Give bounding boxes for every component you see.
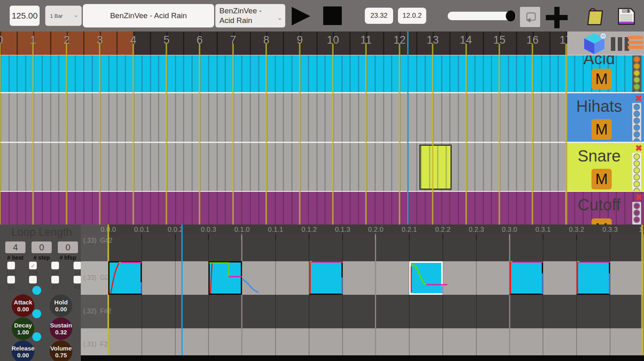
step-count-field[interactable]: 0 <box>32 241 52 253</box>
led-indicator[interactable] <box>633 77 640 83</box>
led-indicator[interactable] <box>633 216 640 223</box>
pattern-editor: 0.0.0 0.0.1 0.0.2 0.0.3 0.1.0 0.1.1 0.1.… <box>0 225 644 361</box>
division-checkbox-1-2[interactable] <box>7 276 15 283</box>
volume-knob[interactable]: Volume0.75 <box>50 340 72 361</box>
stop-button[interactable] <box>323 6 342 25</box>
field-label: # step <box>29 254 54 261</box>
led-indicator[interactable] <box>633 63 640 69</box>
close-track-button[interactable]: ✖ <box>634 95 643 102</box>
open-file-button[interactable] <box>586 7 605 27</box>
loop-toggle-button[interactable] <box>520 7 540 27</box>
playhead[interactable] <box>407 31 408 225</box>
close-track-button[interactable]: ✖ <box>634 194 643 201</box>
track-header-snare[interactable]: Snare M ✖ <box>567 143 644 191</box>
bar-length-select[interactable]: 1 Bar ⌄ <box>45 6 82 26</box>
song-title-field[interactable]: BenZinVee - Acid Rain <box>83 4 214 27</box>
track-row-cutoff[interactable]: Cutoff M ✖ <box>0 192 644 225</box>
release-knob[interactable]: Release0.00 <box>12 340 34 361</box>
close-track-button[interactable]: ✖ <box>634 145 643 152</box>
led-indicator[interactable] <box>633 104 640 110</box>
led-indicator[interactable] <box>633 124 640 131</box>
division-checkbox-1-1[interactable] <box>29 276 37 283</box>
slider-handle[interactable] <box>32 309 41 318</box>
note[interactable] <box>108 261 142 295</box>
track-row-snare[interactable]: Snare M ✖ <box>0 143 644 191</box>
division-checkbox-1-16[interactable]: ✓ <box>29 262 37 269</box>
grid-overlay <box>0 192 644 225</box>
add-track-button[interactable] <box>546 7 568 28</box>
led-indicator[interactable] <box>633 203 640 209</box>
led-indicator[interactable] <box>633 90 640 92</box>
snare-clip[interactable] <box>419 145 452 190</box>
slider-handle[interactable] <box>32 286 41 295</box>
track-header-hihats[interactable]: Hihats M ✖ <box>567 93 644 142</box>
led-indicator[interactable] <box>633 70 640 76</box>
decay-knob[interactable]: Decay1.00 <box>12 317 34 340</box>
note[interactable] <box>208 261 242 295</box>
note-selected[interactable] <box>409 261 443 295</box>
attack-knob[interactable]: Attack0.00 <box>12 294 34 317</box>
led-indicator[interactable] <box>633 153 640 160</box>
division-checkbox-2-1[interactable] <box>51 276 59 283</box>
play-button[interactable] <box>292 7 310 25</box>
division-checkbox-4-1[interactable] <box>74 276 81 283</box>
track-row-acid[interactable]: Acid M <box>0 55 644 92</box>
led-indicator[interactable] <box>633 84 640 90</box>
led-indicator[interactable] <box>633 56 640 63</box>
volume-slider-thumb[interactable] <box>506 10 516 21</box>
bar-ruler[interactable]: 0 1 2 3 4 5 6 7 8 9 10 11 12 13 14 15 16… <box>0 31 644 55</box>
led-indicator[interactable] <box>633 174 640 180</box>
note-row-f2[interactable] <box>81 328 644 355</box>
mute-button[interactable]: M <box>591 218 612 225</box>
led-indicator[interactable] <box>633 138 640 142</box>
position-display[interactable]: 12.0.2 <box>398 8 426 24</box>
note[interactable] <box>509 261 543 295</box>
hold-knob[interactable]: Hold0.00 <box>50 294 72 317</box>
track-header-cutoff[interactable]: Cutoff M ✖ <box>567 192 644 225</box>
note-row-fsharp2[interactable] <box>81 295 644 328</box>
led-indicator[interactable] <box>633 111 640 117</box>
led-indicator[interactable] <box>633 131 640 138</box>
floppy-disk-icon <box>617 6 636 26</box>
note[interactable] <box>577 261 610 295</box>
division-checkbox-1-4[interactable] <box>74 262 81 269</box>
row-separator <box>0 142 644 143</box>
led-indicator[interactable] <box>633 181 640 187</box>
led-indicator[interactable] <box>633 118 640 124</box>
cube-3d-view-icon[interactable] <box>583 32 608 55</box>
mute-button[interactable]: M <box>591 69 612 89</box>
bpm-input[interactable]: 125.00 <box>10 6 40 26</box>
save-button[interactable] <box>617 6 636 27</box>
song-select-line2: Acid Rain <box>219 16 285 25</box>
editor-playhead[interactable] <box>181 225 183 355</box>
division-checkbox-1-8[interactable] <box>51 262 59 269</box>
time-display[interactable]: 23.32 <box>365 8 393 24</box>
division-checkbox-1-32[interactable] <box>7 262 15 269</box>
grid-overlay <box>0 93 644 142</box>
led-indicator[interactable] <box>633 160 640 167</box>
led-column <box>632 202 641 225</box>
piano-roll[interactable]: 0.0.0 0.0.1 0.0.2 0.0.3 0.1.0 0.1.1 0.1.… <box>81 225 644 361</box>
track-row-hihats[interactable]: Hihats M ✖ <box>0 93 644 142</box>
note-row-g2[interactable] <box>81 261 644 295</box>
division-label: 1/32 <box>3 270 19 276</box>
loop-length-panel: Loop Length 4 0 0 # beat # step # hfsp ✓… <box>0 225 81 361</box>
time-label: 0.2.2 <box>435 226 450 234</box>
mute-button[interactable]: M <box>591 119 612 140</box>
hfsp-count-field[interactable]: 0 <box>58 241 78 253</box>
song-select[interactable]: BenZinVee - Acid Rain ⌄ <box>215 4 285 27</box>
led-indicator[interactable] <box>633 210 640 216</box>
grid-overlay <box>0 143 644 191</box>
track-name: Cutoff <box>567 196 631 214</box>
sustain-knob[interactable]: Sustain0.32 <box>50 317 72 340</box>
beat-count-field[interactable]: 4 <box>5 241 25 253</box>
led-indicator[interactable] <box>633 188 640 191</box>
bar-number: 14 <box>460 34 472 46</box>
slider-handle[interactable] <box>32 332 41 341</box>
sequencer-app: 125.00 1 Bar ⌄ BenZinVee - Acid Rain Ben… <box>0 0 644 361</box>
time-label: 0.3.2 <box>569 226 584 234</box>
note[interactable] <box>309 261 343 295</box>
led-indicator[interactable] <box>633 167 640 174</box>
mute-button[interactable]: M <box>591 169 612 189</box>
track-header-acid[interactable]: Acid M <box>567 55 644 92</box>
